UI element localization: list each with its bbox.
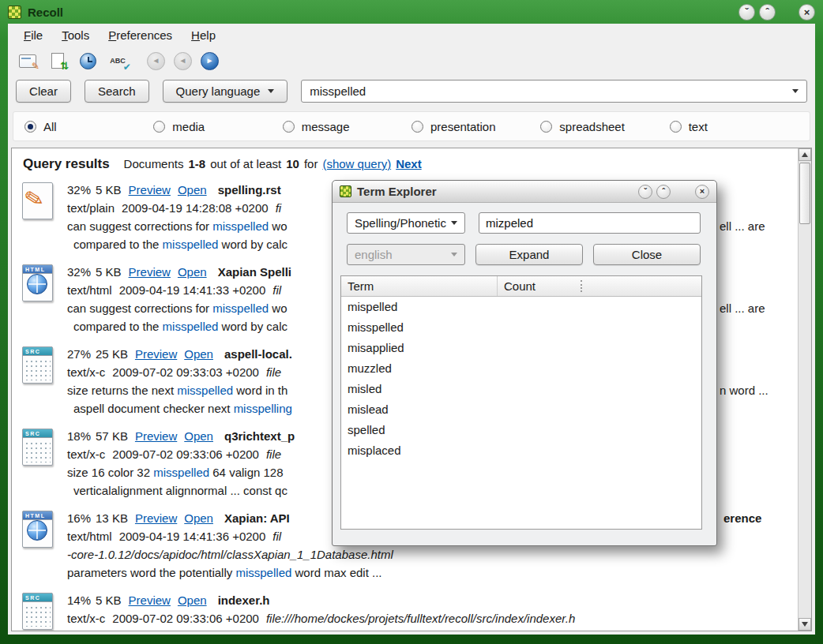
query-language-dropdown[interactable]: Query language	[163, 80, 288, 103]
filter-text[interactable]: text	[670, 120, 799, 133]
count-column-header[interactable]: Count	[497, 276, 701, 296]
relevance-percent: 16%	[67, 511, 91, 525]
term-row[interactable]: misapplied	[341, 338, 701, 358]
results-scrollbar[interactable]	[798, 148, 811, 631]
doc-url: file	[266, 365, 281, 379]
term-row[interactable]: misspelled	[341, 317, 701, 338]
term-table-header[interactable]: Term Count	[341, 276, 701, 297]
snippet-text: verticalalignment alignnormal ... const …	[73, 484, 287, 497]
spellcheck-tool-button[interactable]: ABC✔	[106, 49, 130, 73]
expansion-mode-dropdown[interactable]: Spelling/Phonetic	[347, 212, 465, 234]
term-cell: mislead	[341, 399, 497, 420]
toolbar: ⇅ ABC✔ ◄ ◄ ►	[8, 47, 815, 75]
menu-item-preferences[interactable]: Preferences	[100, 26, 180, 44]
relevance-percent: 18%	[67, 429, 91, 443]
result-title: Xapian: API	[224, 511, 290, 525]
scroll-down-button[interactable]	[799, 618, 811, 631]
filter-presentation[interactable]: presentation	[412, 120, 540, 133]
highlighted-term: misspelled	[163, 320, 219, 333]
chevron-down-icon: ˇ	[745, 7, 748, 17]
recoll-window: Recoll ˇ ˆ × FileToolsPreferencesHelp ⇅ …	[0, 0, 823, 644]
term-row[interactable]: misplaced	[341, 440, 701, 461]
expand-button[interactable]: Expand	[475, 244, 583, 265]
result-title: spelling.rst	[218, 183, 281, 197]
menu-item-help[interactable]: Help	[183, 26, 224, 44]
window-titlebar[interactable]: Recoll ˇ ˆ ×	[0, 0, 823, 24]
term-column-header[interactable]: Term	[341, 276, 497, 296]
globe-icon	[27, 520, 47, 541]
result-title: Xapian Spelli	[218, 265, 291, 279]
term-row[interactable]: misled	[341, 379, 701, 399]
close-icon: ×	[700, 187, 705, 196]
preview-link[interactable]: Preview	[135, 429, 177, 443]
preview-link[interactable]: Preview	[135, 511, 177, 525]
filter-media[interactable]: media	[153, 120, 282, 133]
open-link[interactable]: Open	[178, 183, 207, 197]
back-arrow-icon: ◄	[179, 57, 187, 65]
window-controls: ˇ ˆ ×	[738, 4, 815, 21]
filter-label: text	[689, 120, 708, 133]
search-button[interactable]: Search	[85, 80, 149, 103]
open-link[interactable]: Open	[184, 511, 213, 525]
close-dialog-button[interactable]: Close	[593, 244, 701, 265]
preview-link[interactable]: Preview	[129, 265, 171, 279]
scrollbar-thumb[interactable]	[799, 163, 810, 224]
preview-link[interactable]: Preview	[129, 593, 171, 607]
search-query-combobox[interactable]: misspelled	[301, 80, 807, 103]
dialog-close-button[interactable]: ×	[695, 185, 709, 199]
term-row[interactable]: spelled	[341, 420, 701, 440]
term-explorer-titlebar[interactable]: Term Explorer ˇ ˆ ×	[333, 181, 716, 203]
radio-icon	[24, 121, 36, 133]
filter-label: All	[43, 120, 57, 133]
relevance-percent: 32%	[67, 265, 91, 279]
next-page-link[interactable]: Next	[396, 157, 422, 170]
doc-date: 2009-04-19 14:28:08 +0200	[122, 201, 269, 215]
open-link[interactable]: Open	[184, 347, 213, 361]
nav-previous-page-button[interactable]: ◄	[174, 52, 192, 70]
filter-all[interactable]: All	[24, 120, 153, 133]
dialog-shade-button[interactable]: ˇ	[638, 185, 652, 199]
doc-url-continued: -core-1.0.12/docs/apidoc/html/classXapia…	[67, 548, 393, 561]
source-file-icon: SRC	[20, 426, 67, 508]
preview-link[interactable]: Preview	[129, 183, 171, 197]
menu-item-tools[interactable]: Tools	[54, 26, 97, 44]
column-resize-grip[interactable]	[581, 280, 582, 292]
snippet-text: wo	[269, 301, 287, 315]
filter-spreadsheet[interactable]: spreadsheet	[540, 120, 669, 133]
show-query-link[interactable]: (show query)	[322, 157, 391, 170]
term-row[interactable]: mislead	[341, 399, 701, 420]
file-size: 57 KB	[96, 429, 128, 443]
open-link[interactable]: Open	[178, 593, 207, 607]
mime-type: text/x-c	[67, 612, 105, 625]
snippet-text: compared to the	[73, 238, 163, 251]
scroll-up-button[interactable]	[799, 148, 811, 161]
term-cell: misspelled	[341, 317, 497, 338]
file-size: 5 KB	[96, 183, 122, 197]
chevron-down-icon: ˇ	[644, 187, 647, 196]
menu-item-file[interactable]: File	[16, 26, 51, 44]
filter-message[interactable]: message	[283, 120, 412, 133]
nav-first-page-button[interactable]: ◄	[147, 52, 165, 70]
term-row[interactable]: mispelled	[341, 297, 701, 317]
shade-button[interactable]: ˇ	[738, 4, 755, 21]
update-index-tool-button[interactable]: ⇅	[46, 49, 70, 73]
chevron-up-icon: ˆ	[765, 7, 769, 17]
count-cell	[497, 399, 701, 420]
clear-search-tool-button[interactable]	[16, 49, 39, 73]
preview-link[interactable]: Preview	[135, 347, 177, 361]
open-link[interactable]: Open	[178, 265, 207, 279]
chevron-down-icon	[451, 253, 457, 256]
close-window-button[interactable]: ×	[799, 4, 815, 21]
html-file-icon: HTML	[20, 262, 67, 344]
term-input[interactable]	[479, 212, 701, 234]
open-link[interactable]: Open	[184, 429, 213, 443]
clear-button[interactable]: Clear	[16, 80, 71, 103]
history-tool-button[interactable]	[76, 49, 100, 73]
snippet-text: aspell document checker next	[73, 402, 234, 415]
nav-next-page-button[interactable]: ►	[201, 52, 219, 70]
triangle-up-icon	[802, 152, 808, 157]
unshade-button[interactable]: ˆ	[759, 4, 776, 21]
filter-label: presentation	[430, 120, 496, 133]
dialog-unshade-button[interactable]: ˆ	[656, 185, 671, 199]
term-row[interactable]: muzzled	[341, 358, 701, 379]
